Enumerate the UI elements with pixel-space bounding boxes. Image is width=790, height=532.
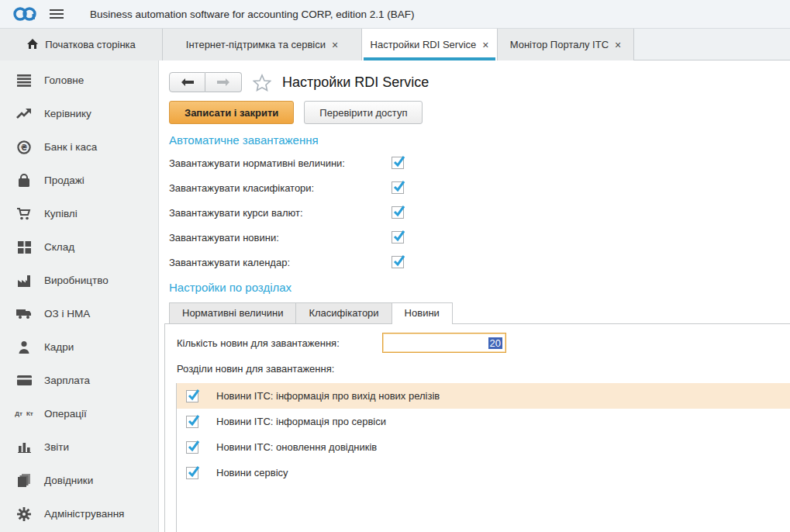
news-item-label: Новини ІТС: оновлення довідників [216, 441, 377, 453]
bar-chart-icon [16, 440, 33, 455]
checkbox-label: Завантажувати класифікатори: [169, 182, 392, 194]
sidebar-item-salary[interactable]: Зарплата [0, 364, 158, 397]
sidebar-item-warehouse[interactable]: Склад [0, 230, 158, 264]
sidebar-item-purchases[interactable]: Купівлі [0, 197, 158, 230]
sidebar-item-sales[interactable]: Продажі [0, 164, 158, 197]
sidebar-item-operations[interactable]: Дт Кт Операції [0, 397, 158, 430]
sidebar-item-bank-cash[interactable]: ₴ Банк і каса [0, 130, 158, 164]
back-button[interactable] [169, 72, 205, 92]
news-item-label: Новини сервісу [216, 467, 288, 478]
checkbox-label: Завантажувати новини: [169, 232, 392, 244]
sidebar-item-manager[interactable]: Керівнику [0, 97, 158, 130]
sidebar-item-label: Головне [44, 74, 84, 86]
load-news-checkbox[interactable] [392, 231, 404, 244]
sidebar-item-label: Виробництво [44, 275, 109, 286]
sections-tab-strip: Нормативні величини Класифікатори Новини [164, 302, 790, 324]
sidebar-item-hr[interactable]: Кадри [0, 330, 158, 364]
close-icon[interactable]: × [332, 40, 338, 50]
debit-credit-icon: Дт Кт [16, 406, 33, 422]
subtab-classifiers[interactable]: Класифікатори [295, 302, 392, 323]
sidebar-item-label: ОЗ і НМА [44, 308, 90, 320]
sidebar-item-main[interactable]: Головне [0, 64, 158, 97]
tab-strip: Початкова сторінка Інтернет-підтримка та… [0, 29, 790, 60]
shopping-bag-icon [16, 173, 33, 188]
main-menu-icon[interactable] [50, 9, 64, 19]
subtab-news[interactable]: Новини [392, 302, 453, 324]
check-access-button[interactable]: Перевірити доступ [304, 101, 423, 124]
sidebar-item-label: Звіти [44, 441, 69, 453]
news-sections-label: Розділи новин для завантаження: [177, 363, 790, 378]
payment-card-icon [16, 373, 33, 389]
save-and-close-button[interactable]: Записати і закрити [169, 101, 294, 124]
sidebar-item-fixed-assets[interactable]: ОЗ і НМА [0, 297, 158, 330]
load-classifiers-checkbox[interactable] [392, 181, 404, 194]
tab-label: Настройки RDI Service [371, 39, 477, 50]
hryvnia-coin-icon: ₴ [16, 140, 33, 155]
sidebar-item-label: Адміністрування [44, 508, 124, 520]
brand-logo-icon [12, 6, 37, 22]
sidebar-item-label: Банк і каса [44, 141, 97, 153]
auto-load-section-heading: Автоматичне завантаження [169, 133, 790, 150]
sidebar-item-administration[interactable]: Адміністрування [0, 497, 158, 530]
auto-load-row: Завантажувати класифікатори: [169, 175, 790, 200]
load-normative-values-checkbox[interactable] [392, 157, 404, 169]
favorite-star-icon[interactable] [253, 74, 271, 92]
close-icon[interactable]: × [615, 40, 621, 50]
news-sections-list: Новини ІТС: інформація про вихід нових р… [176, 383, 790, 532]
shopping-cart-icon [16, 206, 33, 222]
news-tab-panel: Кількість новин для завантаження: 20 Роз… [164, 324, 790, 532]
sidebar-item-production[interactable]: Виробництво [0, 264, 158, 297]
news-item-checkbox[interactable] [186, 416, 198, 428]
tab-rdi-service-settings[interactable]: Настройки RDI Service × [362, 29, 498, 60]
list-item[interactable]: Новини ІТС: оновлення довідників [177, 434, 790, 460]
person-icon [16, 340, 33, 355]
tab-internet-support[interactable]: Інтернет-підтримка та сервіси × [163, 29, 362, 60]
checkbox-label: Завантажувати курси валют: [169, 207, 392, 219]
load-exchange-rates-checkbox[interactable] [392, 206, 404, 219]
sidebar-item-label: Керівнику [44, 108, 91, 119]
news-item-checkbox[interactable] [186, 467, 198, 479]
sidebar-item-label: Довідники [44, 475, 93, 486]
news-count-input[interactable]: 20 [382, 333, 506, 353]
news-item-checkbox[interactable] [186, 441, 198, 454]
checkbox-label: Завантажувати календар: [169, 257, 392, 268]
auto-load-row: Завантажувати курси валют: [169, 200, 790, 225]
sidebar-item-reports[interactable]: Звіти [0, 430, 158, 464]
forward-button[interactable] [205, 72, 242, 92]
books-icon [16, 473, 33, 489]
menu-lines-icon [16, 73, 33, 88]
sidebar-item-directories[interactable]: Довідники [0, 464, 158, 497]
truck-icon [16, 306, 33, 322]
tab-label: Початкова сторінка [45, 39, 136, 50]
sidebar-item-label: Кадри [44, 341, 74, 353]
close-icon[interactable]: × [482, 40, 488, 50]
sidebar-item-label: Купівлі [44, 208, 78, 219]
subtab-normative-values[interactable]: Нормативні величини [169, 302, 296, 323]
sidebar-item-label: Зарплата [44, 375, 90, 386]
checkbox-label: Завантажувати нормативні величини: [169, 157, 392, 169]
load-calendar-checkbox[interactable] [392, 256, 404, 268]
auto-load-row: Завантажувати новини: [169, 225, 790, 250]
sections-heading: Настройки по розділах [169, 281, 790, 298]
sidebar-item-label: Операції [44, 408, 87, 420]
list-item[interactable]: Новини ІТС: інформація про вихід нових р… [177, 383, 790, 409]
list-item[interactable]: Новини сервісу [177, 460, 790, 485]
tab-label: Інтернет-підтримка та сервіси [186, 39, 326, 50]
trend-chart-icon [16, 106, 33, 122]
sidebar-item-label: Продажі [44, 174, 85, 186]
news-item-checkbox[interactable] [186, 390, 198, 402]
topbar: Business automation software for account… [0, 0, 790, 29]
home-icon [26, 38, 39, 52]
page-title: Настройки RDI Service [282, 74, 429, 91]
tab-label: Монітор Порталу ІТС [510, 39, 609, 50]
news-item-label: Новини ІТС: інформація про вихід нових р… [216, 390, 440, 402]
factory-icon [16, 273, 33, 288]
main-content: Настройки RDI Service Записати і закрити… [159, 60, 790, 532]
news-count-value: 20 [488, 337, 502, 349]
tab-home-page[interactable]: Початкова сторінка [0, 29, 163, 60]
tab-its-portal-monitor[interactable]: Монітор Порталу ІТС × [498, 29, 634, 60]
application-title: Business automation software for account… [90, 9, 414, 20]
sidebar: Головне Керівнику ₴ Банк і каса [0, 60, 159, 532]
sidebar-item-label: Склад [44, 241, 74, 253]
list-item[interactable]: Новини ІТС: інформація про сервіси [177, 409, 790, 434]
